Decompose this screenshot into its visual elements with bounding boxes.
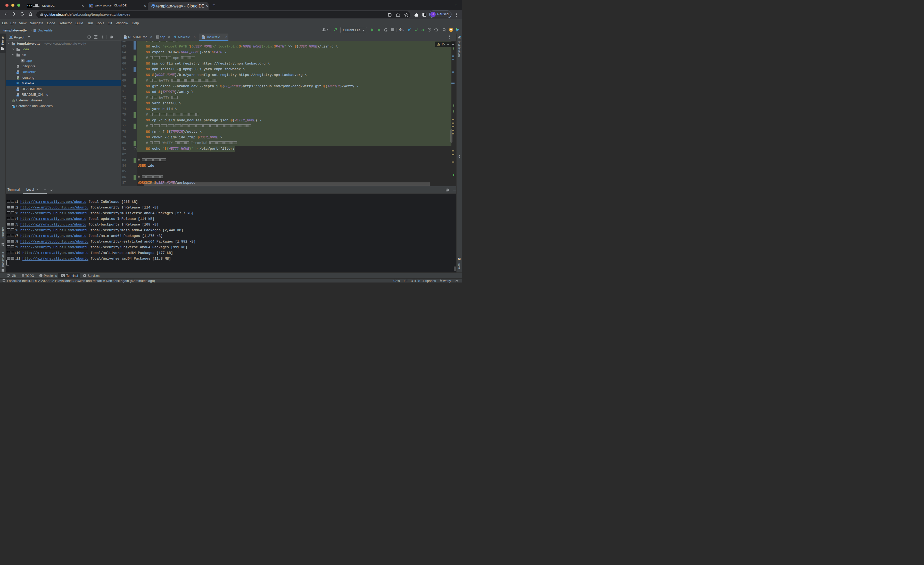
- svg-text:MD: MD: [124, 37, 126, 39]
- svg-text:D: D: [202, 37, 204, 39]
- svg-text:MD: MD: [17, 89, 19, 91]
- svg-text:MD: MD: [17, 95, 19, 96]
- svg-text:D: D: [17, 72, 18, 74]
- svg-text:D: D: [34, 30, 35, 32]
- svg-text:JS: JS: [91, 5, 93, 7]
